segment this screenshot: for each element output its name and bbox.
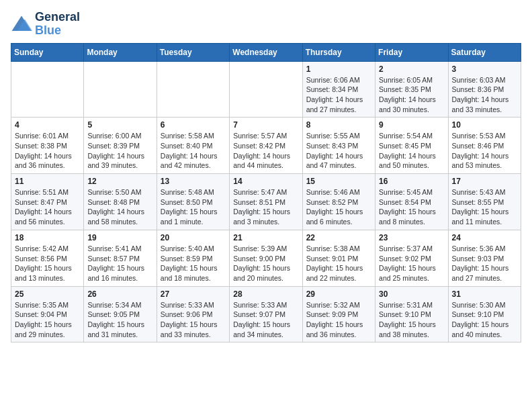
- logo-text: General Blue: [35, 11, 80, 38]
- day-info: Sunrise: 5:50 AMSunset: 8:48 PMDaylight:…: [87, 187, 152, 227]
- day-info: Sunrise: 6:01 AMSunset: 8:38 PMDaylight:…: [15, 131, 80, 171]
- calendar-cell: 17Sunrise: 5:43 AMSunset: 8:55 PMDayligh…: [448, 174, 521, 230]
- weekday-header: Thursday: [302, 43, 375, 61]
- day-info: Sunrise: 5:35 AMSunset: 9:04 PMDaylight:…: [15, 300, 80, 340]
- day-info: Sunrise: 5:54 AMSunset: 8:45 PMDaylight:…: [379, 131, 444, 171]
- calendar-cell: 20Sunrise: 5:40 AMSunset: 8:59 PMDayligh…: [157, 230, 229, 286]
- calendar-cell: [157, 61, 229, 118]
- calendar-cell: 28Sunrise: 5:33 AMSunset: 9:07 PMDayligh…: [230, 286, 302, 342]
- calendar-cell: 2Sunrise: 6:05 AMSunset: 8:35 PMDaylight…: [375, 61, 448, 118]
- calendar-cell: 13Sunrise: 5:48 AMSunset: 8:50 PMDayligh…: [157, 174, 229, 230]
- day-number: 15: [306, 177, 371, 186]
- day-number: 8: [306, 120, 371, 130]
- calendar-cell: 23Sunrise: 5:37 AMSunset: 9:02 PMDayligh…: [375, 230, 448, 286]
- calendar-cell: 18Sunrise: 5:42 AMSunset: 8:56 PMDayligh…: [11, 230, 84, 286]
- day-info: Sunrise: 5:48 AMSunset: 8:50 PMDaylight:…: [161, 187, 226, 227]
- day-number: 19: [87, 233, 152, 242]
- calendar-cell: 29Sunrise: 5:32 AMSunset: 9:09 PMDayligh…: [302, 286, 375, 342]
- calendar-cell: 4Sunrise: 6:01 AMSunset: 8:38 PMDaylight…: [11, 118, 84, 174]
- day-info: Sunrise: 5:36 AMSunset: 9:03 PMDaylight:…: [452, 244, 517, 283]
- calendar-cell: 9Sunrise: 5:54 AMSunset: 8:45 PMDaylight…: [375, 118, 448, 174]
- day-info: Sunrise: 5:38 AMSunset: 9:01 PMDaylight:…: [306, 244, 371, 283]
- day-number: 9: [379, 120, 444, 130]
- page-header: General Blue: [11, 11, 521, 38]
- day-number: 18: [15, 233, 80, 242]
- calendar-cell: [11, 61, 84, 118]
- day-number: 24: [452, 233, 517, 242]
- calendar-cell: 30Sunrise: 5:31 AMSunset: 9:10 PMDayligh…: [375, 286, 448, 342]
- weekday-header: Friday: [375, 43, 448, 61]
- calendar-cell: 1Sunrise: 6:06 AMSunset: 8:34 PMDaylight…: [302, 61, 375, 118]
- weekday-header: Tuesday: [157, 43, 229, 61]
- calendar-cell: 6Sunrise: 5:58 AMSunset: 8:40 PMDaylight…: [157, 118, 229, 174]
- day-info: Sunrise: 5:51 AMSunset: 8:47 PMDaylight:…: [15, 187, 80, 227]
- day-number: 11: [15, 177, 80, 186]
- calendar-cell: 12Sunrise: 5:50 AMSunset: 8:48 PMDayligh…: [84, 174, 157, 230]
- day-number: 26: [87, 289, 152, 299]
- weekday-header: Saturday: [448, 43, 521, 61]
- day-number: 1: [306, 64, 371, 74]
- day-number: 20: [161, 233, 226, 242]
- day-number: 4: [15, 120, 80, 130]
- day-info: Sunrise: 5:43 AMSunset: 8:55 PMDaylight:…: [452, 187, 517, 227]
- calendar-cell: 14Sunrise: 5:47 AMSunset: 8:51 PMDayligh…: [230, 174, 302, 230]
- weekday-header: Monday: [84, 43, 157, 61]
- calendar-cell: 26Sunrise: 5:34 AMSunset: 9:05 PMDayligh…: [84, 286, 157, 342]
- day-number: 21: [233, 233, 298, 242]
- calendar-table: SundayMondayTuesdayWednesdayThursdayFrid…: [11, 43, 521, 343]
- day-info: Sunrise: 5:46 AMSunset: 8:52 PMDaylight:…: [306, 187, 371, 227]
- calendar-cell: 10Sunrise: 5:53 AMSunset: 8:46 PMDayligh…: [448, 118, 521, 174]
- day-number: 14: [233, 177, 298, 186]
- day-number: 13: [161, 177, 226, 186]
- calendar-cell: 25Sunrise: 5:35 AMSunset: 9:04 PMDayligh…: [11, 286, 84, 342]
- day-number: 10: [452, 120, 517, 130]
- day-info: Sunrise: 5:58 AMSunset: 8:40 PMDaylight:…: [161, 131, 226, 171]
- calendar-cell: [230, 61, 302, 118]
- day-number: 12: [87, 177, 152, 186]
- day-info: Sunrise: 5:41 AMSunset: 8:57 PMDaylight:…: [87, 244, 152, 283]
- day-info: Sunrise: 6:06 AMSunset: 8:34 PMDaylight:…: [306, 75, 371, 115]
- weekday-header: Sunday: [11, 43, 84, 61]
- day-number: 29: [306, 289, 371, 299]
- day-info: Sunrise: 6:00 AMSunset: 8:39 PMDaylight:…: [87, 131, 152, 171]
- day-info: Sunrise: 5:40 AMSunset: 8:59 PMDaylight:…: [161, 244, 226, 283]
- day-info: Sunrise: 5:33 AMSunset: 9:07 PMDaylight:…: [233, 300, 298, 340]
- day-number: 25: [15, 289, 80, 299]
- day-info: Sunrise: 5:45 AMSunset: 8:54 PMDaylight:…: [379, 187, 444, 227]
- day-number: 31: [452, 289, 517, 299]
- calendar-cell: 24Sunrise: 5:36 AMSunset: 9:03 PMDayligh…: [448, 230, 521, 286]
- day-info: Sunrise: 5:33 AMSunset: 9:06 PMDaylight:…: [161, 300, 226, 340]
- calendar-cell: 11Sunrise: 5:51 AMSunset: 8:47 PMDayligh…: [11, 174, 84, 230]
- day-info: Sunrise: 5:47 AMSunset: 8:51 PMDaylight:…: [233, 187, 298, 227]
- day-info: Sunrise: 5:39 AMSunset: 9:00 PMDaylight:…: [233, 244, 298, 283]
- day-info: Sunrise: 5:42 AMSunset: 8:56 PMDaylight:…: [15, 244, 80, 283]
- calendar-cell: 3Sunrise: 6:03 AMSunset: 8:36 PMDaylight…: [448, 61, 521, 118]
- day-number: 27: [161, 289, 226, 299]
- calendar-header: SundayMondayTuesdayWednesdayThursdayFrid…: [11, 43, 521, 61]
- calendar-cell: 16Sunrise: 5:45 AMSunset: 8:54 PMDayligh…: [375, 174, 448, 230]
- day-number: 23: [379, 233, 444, 242]
- day-info: Sunrise: 5:32 AMSunset: 9:09 PMDaylight:…: [306, 300, 371, 340]
- calendar-cell: 7Sunrise: 5:57 AMSunset: 8:42 PMDaylight…: [230, 118, 302, 174]
- calendar-cell: 5Sunrise: 6:00 AMSunset: 8:39 PMDaylight…: [84, 118, 157, 174]
- day-info: Sunrise: 5:30 AMSunset: 9:10 PMDaylight:…: [452, 300, 517, 340]
- day-number: 2: [379, 64, 444, 74]
- day-number: 17: [452, 177, 517, 186]
- calendar-cell: 21Sunrise: 5:39 AMSunset: 9:00 PMDayligh…: [230, 230, 302, 286]
- calendar-cell: 22Sunrise: 5:38 AMSunset: 9:01 PMDayligh…: [302, 230, 375, 286]
- day-info: Sunrise: 5:37 AMSunset: 9:02 PMDaylight:…: [379, 244, 444, 283]
- calendar-cell: [84, 61, 157, 118]
- day-info: Sunrise: 6:05 AMSunset: 8:35 PMDaylight:…: [379, 75, 444, 115]
- day-info: Sunrise: 5:31 AMSunset: 9:10 PMDaylight:…: [379, 300, 444, 340]
- logo: General Blue: [11, 11, 80, 38]
- day-number: 22: [306, 233, 371, 242]
- day-info: Sunrise: 5:57 AMSunset: 8:42 PMDaylight:…: [233, 131, 298, 171]
- day-number: 16: [379, 177, 444, 186]
- day-info: Sunrise: 5:34 AMSunset: 9:05 PMDaylight:…: [87, 300, 152, 340]
- weekday-header: Wednesday: [230, 43, 302, 61]
- calendar-cell: 8Sunrise: 5:55 AMSunset: 8:43 PMDaylight…: [302, 118, 375, 174]
- day-number: 30: [379, 289, 444, 299]
- calendar-cell: 31Sunrise: 5:30 AMSunset: 9:10 PMDayligh…: [448, 286, 521, 342]
- day-number: 6: [161, 120, 226, 130]
- day-info: Sunrise: 5:55 AMSunset: 8:43 PMDaylight:…: [306, 131, 371, 171]
